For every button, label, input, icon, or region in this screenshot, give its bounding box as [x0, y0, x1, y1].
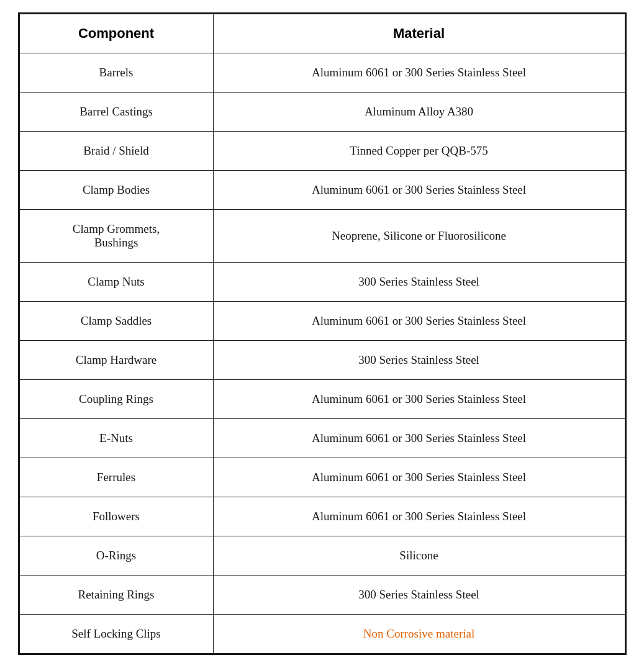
table-row: O-RingsSilicone	[19, 536, 625, 575]
component-cell: Barrel Castings	[19, 93, 213, 132]
component-cell: Coupling Rings	[19, 380, 213, 419]
material-cell: Silicone	[213, 536, 625, 575]
component-cell: Followers	[19, 497, 213, 536]
materials-table-container: Component Material BarrelsAluminum 6061 …	[18, 12, 627, 655]
material-cell: 300 Series Stainless Steel	[213, 263, 625, 302]
table-row: Coupling RingsAluminum 6061 or 300 Serie…	[19, 380, 625, 419]
component-cell: Clamp Hardware	[19, 341, 213, 380]
material-header: Material	[213, 14, 625, 53]
component-cell: Clamp Grommets,Bushings	[19, 210, 213, 263]
table-row: Clamp Nuts300 Series Stainless Steel	[19, 263, 625, 302]
table-row: Barrel CastingsAluminum Alloy A380	[19, 93, 625, 132]
component-cell: Barrels	[19, 53, 213, 93]
component-cell: Clamp Saddles	[19, 302, 213, 341]
material-cell: Aluminum 6061 or 300 Series Stainless St…	[213, 302, 625, 341]
material-cell: Aluminum 6061 or 300 Series Stainless St…	[213, 497, 625, 536]
component-cell: Ferrules	[19, 458, 213, 497]
material-cell: Non Corrosive material	[213, 615, 625, 654]
component-cell: O-Rings	[19, 536, 213, 575]
table-row: Clamp SaddlesAluminum 6061 or 300 Series…	[19, 302, 625, 341]
component-cell: Retaining Rings	[19, 575, 213, 615]
material-cell: Aluminum 6061 or 300 Series Stainless St…	[213, 171, 625, 210]
table-row: FollowersAluminum 6061 or 300 Series Sta…	[19, 497, 625, 536]
table-row: Braid / ShieldTinned Copper per QQB-575	[19, 132, 625, 171]
table-row: Self Locking ClipsNon Corrosive material	[19, 615, 625, 654]
component-cell: Braid / Shield	[19, 132, 213, 171]
material-cell: Aluminum Alloy A380	[213, 93, 625, 132]
component-header: Component	[19, 14, 213, 53]
component-cell: E-Nuts	[19, 419, 213, 458]
materials-table: Component Material BarrelsAluminum 6061 …	[19, 14, 625, 654]
table-row: FerrulesAluminum 6061 or 300 Series Stai…	[19, 458, 625, 497]
material-cell: Tinned Copper per QQB-575	[213, 132, 625, 171]
table-row: Clamp Grommets,BushingsNeoprene, Silicon…	[19, 210, 625, 263]
material-cell: Aluminum 6061 or 300 Series Stainless St…	[213, 380, 625, 419]
material-cell: Aluminum 6061 or 300 Series Stainless St…	[213, 53, 625, 93]
material-cell: 300 Series Stainless Steel	[213, 575, 625, 615]
table-row: Retaining Rings300 Series Stainless Stee…	[19, 575, 625, 615]
material-cell: Aluminum 6061 or 300 Series Stainless St…	[213, 419, 625, 458]
component-cell: Clamp Bodies	[19, 171, 213, 210]
material-cell: Neoprene, Silicone or Fluorosilicone	[213, 210, 625, 263]
component-cell: Clamp Nuts	[19, 263, 213, 302]
component-cell: Self Locking Clips	[19, 615, 213, 654]
material-cell: Aluminum 6061 or 300 Series Stainless St…	[213, 458, 625, 497]
table-row: E-NutsAluminum 6061 or 300 Series Stainl…	[19, 419, 625, 458]
material-cell: 300 Series Stainless Steel	[213, 341, 625, 380]
table-row: Clamp BodiesAluminum 6061 or 300 Series …	[19, 171, 625, 210]
table-row: Clamp Hardware300 Series Stainless Steel	[19, 341, 625, 380]
table-row: BarrelsAluminum 6061 or 300 Series Stain…	[19, 53, 625, 93]
